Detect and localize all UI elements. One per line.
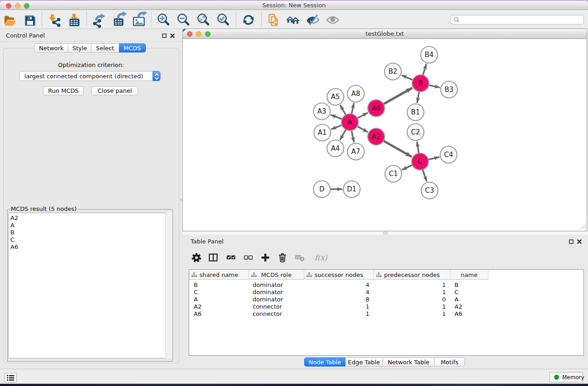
node-C1[interactable]: C1 bbox=[385, 166, 402, 182]
hide-graphics-details-icon[interactable] bbox=[305, 12, 321, 28]
cell-r2c3[interactable]: 0 bbox=[374, 296, 446, 303]
close-panel-button[interactable]: Close panel bbox=[91, 86, 138, 95]
resize-grip-icon[interactable] bbox=[580, 223, 586, 230]
node-A[interactable]: A bbox=[342, 114, 359, 131]
column-header-MCDS-role[interactable]: MCDS role bbox=[249, 270, 304, 280]
node-A6[interactable]: A6 bbox=[368, 100, 385, 117]
node-B3[interactable]: B3 bbox=[441, 81, 458, 98]
cell-r1c4[interactable]: C bbox=[454, 289, 492, 296]
export-table-icon[interactable] bbox=[111, 12, 127, 28]
node-C2[interactable]: C2 bbox=[407, 124, 424, 141]
cell-r1c3[interactable]: 1 bbox=[374, 289, 446, 296]
optimization-criterion-dropdown[interactable]: largest connected component (directed) bbox=[19, 71, 161, 81]
horizontal-split-handle[interactable] bbox=[383, 232, 388, 234]
node-B2[interactable]: B2 bbox=[385, 63, 402, 80]
node-B4[interactable]: B4 bbox=[421, 47, 438, 63]
node-A7[interactable]: A7 bbox=[348, 143, 364, 160]
dropdown-stepper-icon[interactable] bbox=[153, 71, 160, 81]
cell-r3c0[interactable]: A2 bbox=[194, 303, 253, 310]
tab-edge-table[interactable]: Edge Table bbox=[345, 357, 383, 367]
tab-network-table[interactable]: Network Table bbox=[383, 357, 435, 367]
node-D[interactable]: D bbox=[314, 181, 330, 198]
cell-r2c1[interactable]: dominator bbox=[253, 296, 308, 303]
cell-r4c4[interactable]: A6 bbox=[454, 310, 492, 318]
split-columns-icon[interactable] bbox=[208, 253, 218, 262]
edge-A-A5[interactable] bbox=[340, 105, 345, 114]
zoom-selected-icon[interactable] bbox=[215, 12, 232, 28]
node-B1[interactable]: B1 bbox=[407, 104, 424, 121]
cell-r1c0[interactable]: C bbox=[194, 289, 253, 296]
tab-network[interactable]: Network bbox=[34, 43, 68, 52]
tab-style[interactable]: Style bbox=[68, 43, 91, 52]
tab-node-table[interactable]: Node Table bbox=[304, 357, 345, 367]
cell-r3c4[interactable]: A2 bbox=[454, 303, 492, 310]
mcds-result-item[interactable]: B bbox=[9, 229, 172, 236]
vertical-split-handle[interactable] bbox=[179, 196, 182, 202]
node-A8[interactable]: A8 bbox=[348, 86, 364, 102]
edge-A-A8[interactable] bbox=[352, 103, 354, 114]
cell-r1c2[interactable]: 4 bbox=[304, 289, 369, 296]
edge-A-A2[interactable] bbox=[358, 126, 368, 132]
export-image-icon[interactable] bbox=[131, 12, 147, 28]
cell-r2c2[interactable]: 8 bbox=[304, 296, 369, 303]
cell-r0c0[interactable]: B bbox=[194, 281, 253, 289]
run-mcds-button[interactable]: Run MCDS bbox=[43, 86, 84, 95]
show-all-networks-icon[interactable] bbox=[285, 12, 301, 28]
delete-icon[interactable] bbox=[277, 253, 287, 262]
zoom-out-icon[interactable] bbox=[176, 12, 192, 28]
refresh-icon[interactable] bbox=[240, 12, 257, 28]
mcds-result-item[interactable]: A2 bbox=[9, 214, 172, 222]
cell-r4c0[interactable]: A6 bbox=[194, 310, 253, 318]
task-history-button[interactable] bbox=[4, 373, 17, 382]
edge-A-A4[interactable] bbox=[340, 130, 346, 140]
memory-button[interactable]: Memory bbox=[550, 372, 583, 382]
float-panel-icon[interactable] bbox=[569, 238, 574, 245]
mcds-result-item[interactable]: C bbox=[9, 236, 172, 243]
zoom-fit-icon[interactable] bbox=[196, 12, 212, 28]
mcds-result-list[interactable]: A2ABCA6 bbox=[8, 213, 172, 358]
cell-r4c1[interactable]: connector bbox=[253, 310, 308, 318]
mcds-result-item[interactable]: A bbox=[9, 222, 172, 229]
import-network-icon[interactable] bbox=[46, 12, 62, 28]
edge-A2-C[interactable] bbox=[384, 141, 412, 157]
edge-A-A1[interactable] bbox=[331, 125, 342, 129]
tab-mcds[interactable]: MCDS bbox=[119, 43, 146, 52]
column-header-predecessor-nodes[interactable]: predecessor nodes bbox=[374, 270, 450, 280]
cell-r0c1[interactable]: dominator bbox=[253, 281, 308, 289]
node-C[interactable]: C bbox=[412, 153, 429, 170]
import-table-icon[interactable] bbox=[66, 12, 82, 28]
tab-motifs[interactable]: Motifs bbox=[435, 357, 465, 367]
close-panel-icon[interactable] bbox=[577, 238, 582, 245]
cell-r3c3[interactable]: 1 bbox=[374, 303, 446, 310]
cell-r4c3[interactable]: 1 bbox=[374, 310, 446, 318]
column-header-shared-name[interactable]: shared name bbox=[189, 270, 249, 280]
search-input[interactable] bbox=[450, 15, 584, 24]
window-titlebar[interactable]: Session: New Session bbox=[0, 1, 588, 10]
edge-A6-B[interactable] bbox=[384, 88, 412, 104]
save-session-icon[interactable] bbox=[22, 12, 38, 28]
deselect-all-icon[interactable] bbox=[243, 253, 253, 262]
edge-B-B4[interactable] bbox=[423, 64, 426, 75]
node-A1[interactable]: A1 bbox=[314, 124, 331, 141]
tab-select[interactable]: Select bbox=[91, 43, 119, 52]
node-A4[interactable]: A4 bbox=[327, 140, 344, 157]
edge-A-A7[interactable] bbox=[352, 131, 354, 143]
edge-C-C3[interactable] bbox=[423, 170, 427, 181]
close-panel-icon[interactable] bbox=[170, 33, 175, 39]
clone-network-icon[interactable] bbox=[265, 12, 282, 28]
node-C4[interactable]: C4 bbox=[440, 147, 457, 163]
edge-A-A3[interactable] bbox=[331, 115, 342, 119]
float-panel-icon[interactable] bbox=[162, 33, 167, 39]
zoom-in-icon[interactable] bbox=[156, 12, 172, 28]
edge-A-A6[interactable] bbox=[358, 113, 368, 118]
node-B[interactable]: B bbox=[412, 75, 429, 92]
horizontal-split-divider[interactable] bbox=[182, 232, 588, 235]
select-all-icon[interactable] bbox=[226, 253, 236, 262]
result-scrollbar[interactable] bbox=[165, 213, 172, 358]
edge-B-B3[interactable] bbox=[429, 85, 440, 87]
edge-C-C4[interactable] bbox=[429, 157, 440, 160]
edge-B-B1[interactable] bbox=[417, 92, 419, 103]
cell-r0c2[interactable]: 4 bbox=[304, 281, 369, 289]
cell-r2c4[interactable]: A bbox=[454, 296, 492, 303]
show-graphics-details-icon[interactable] bbox=[325, 12, 341, 28]
